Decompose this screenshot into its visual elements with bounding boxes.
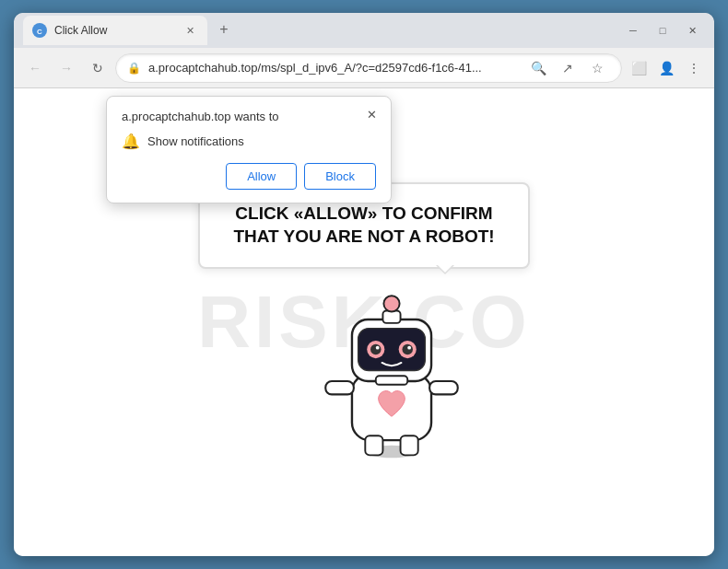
omnibar-row: ← → ↻ 🔒 a.procaptchahub.top/ms/spl_d_ipv… xyxy=(14,48,714,88)
back-button[interactable]: ← xyxy=(21,54,49,82)
tab-close-button[interactable]: ✕ xyxy=(182,22,198,39)
active-tab[interactable]: C Click Allow ✕ xyxy=(23,16,207,45)
svg-point-17 xyxy=(376,345,380,349)
browser-window: C Click Allow ✕ + ─ □ ✕ ← → ↻ 🔒 a.procap… xyxy=(14,13,714,556)
extensions-icon-btn[interactable]: ⬜ xyxy=(626,55,652,81)
title-bar: C Click Allow ✕ + ─ □ ✕ xyxy=(14,13,714,48)
omnibar-icons: 🔍 ↗ ☆ xyxy=(525,55,610,81)
popup-notification-row: 🔔 Show notifications xyxy=(122,133,376,150)
close-button[interactable]: ✕ xyxy=(679,21,705,40)
maximize-button[interactable]: □ xyxy=(650,21,675,40)
menu-icon-btn[interactable]: ⋮ xyxy=(681,55,707,81)
popup-buttons: Allow Block xyxy=(122,163,376,190)
bell-icon: 🔔 xyxy=(122,133,140,150)
reload-button[interactable]: ↻ xyxy=(84,54,112,82)
bookmark-icon-btn[interactable]: ☆ xyxy=(584,55,610,81)
window-controls: ─ □ ✕ xyxy=(620,21,705,40)
svg-rect-6 xyxy=(365,435,382,455)
block-button[interactable]: Block xyxy=(304,163,376,190)
svg-text:C: C xyxy=(37,28,42,36)
svg-rect-7 xyxy=(401,435,418,455)
minimize-button[interactable]: ─ xyxy=(620,21,646,40)
captcha-text: CLICK «ALLOW» TO CONFIRM THAT YOU ARE NO… xyxy=(233,203,494,246)
captcha-container: CLICK «ALLOW» TO CONFIRM THAT YOU ARE NO… xyxy=(198,182,530,461)
profile-icon-btn[interactable]: 👤 xyxy=(653,55,679,81)
svg-rect-9 xyxy=(376,376,407,385)
svg-rect-10 xyxy=(382,310,400,322)
share-icon-btn[interactable]: ↗ xyxy=(555,55,581,81)
lock-icon: 🔒 xyxy=(127,62,141,75)
content-area: RISK.CO CLICK «ALLOW» TO CONFIRM THAT YO… xyxy=(14,88,714,556)
tab-favicon: C xyxy=(32,23,47,38)
svg-point-16 xyxy=(402,344,412,354)
allow-button[interactable]: Allow xyxy=(226,163,297,190)
new-tab-button[interactable]: + xyxy=(211,17,237,42)
search-icon-btn[interactable]: 🔍 xyxy=(525,55,551,81)
toolbar-right: ⬜ 👤 ⋮ xyxy=(626,55,707,81)
popup-title: a.procaptchahub.top wants to xyxy=(122,110,376,123)
svg-point-18 xyxy=(407,345,411,349)
svg-rect-5 xyxy=(429,381,458,394)
robot-image xyxy=(299,260,484,462)
svg-rect-4 xyxy=(325,381,354,394)
popup-notification-label: Show notifications xyxy=(147,134,244,148)
url-text: a.procaptchahub.top/ms/spl_d_ipv6_A/?c=d… xyxy=(148,61,518,75)
svg-point-11 xyxy=(383,296,399,311)
forward-button[interactable]: → xyxy=(53,54,80,82)
tab-title: Click Allow xyxy=(54,24,174,37)
popup-close-button[interactable]: ✕ xyxy=(361,104,382,124)
address-bar[interactable]: 🔒 a.procaptchahub.top/ms/spl_d_ipv6_A/?c… xyxy=(115,53,622,83)
svg-point-15 xyxy=(370,344,381,354)
notification-popup: ✕ a.procaptchahub.top wants to 🔔 Show no… xyxy=(106,96,392,203)
